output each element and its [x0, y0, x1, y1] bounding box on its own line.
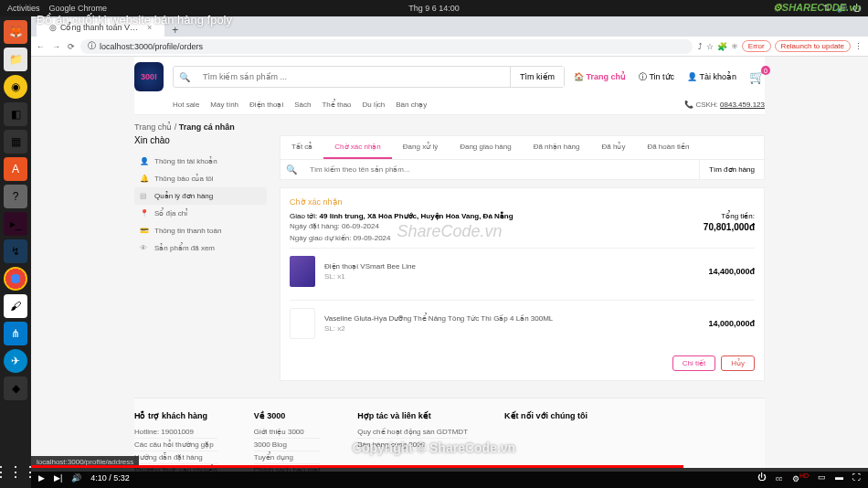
nav-home[interactable]: 🏠 Trang chủ: [574, 72, 626, 81]
sidebar-item-account[interactable]: 👤Thông tin tài khoản: [134, 153, 267, 170]
tab-cancelled[interactable]: Đã hủy: [591, 136, 637, 159]
active-app-label[interactable]: Google Chrome: [49, 4, 108, 13]
nav-account[interactable]: 👤 Tài khoản: [687, 72, 736, 81]
dock-firefox[interactable]: 🦊: [4, 20, 27, 44]
bell-icon: 🔔: [140, 175, 149, 183]
breadcrumb-current: Trang cá nhân: [179, 122, 235, 132]
react-devtools-icon[interactable]: ⚛: [731, 42, 738, 51]
footer-link[interactable]: Tuyển dụng: [254, 451, 321, 464]
card-icon: 💳: [140, 227, 149, 235]
reload-button[interactable]: ⟳: [68, 42, 75, 51]
order-date: Ngày đặt hàng: 06-09-2024: [290, 222, 379, 230]
order-detail-button[interactable]: Chi tiết: [672, 355, 715, 371]
footer-link[interactable]: Bán hàng cùng 3000: [357, 439, 468, 451]
order-search-button[interactable]: Tìm đơn hàng: [699, 160, 764, 179]
cart-button[interactable]: 🛒0: [749, 69, 765, 84]
tab-received[interactable]: Đã nhận hàng: [523, 136, 591, 159]
dock-vscode[interactable]: ⋔: [4, 322, 27, 345]
play-button[interactable]: ▶: [38, 473, 45, 483]
footer-heading: Kết nối với chúng tôi: [504, 411, 587, 420]
tab-processing[interactable]: Đang xử lý: [392, 136, 449, 159]
search-input[interactable]: [196, 67, 510, 87]
volume-button[interactable]: 🔊: [71, 473, 81, 483]
footer-link[interactable]: 3000 Blog: [254, 439, 321, 451]
browser-toolbar: ← → ⟳ ⓘ localhost:3000/profile/orders ⤴ …: [31, 37, 868, 57]
autoplay-toggle[interactable]: ⏻: [757, 472, 766, 484]
product-name: Điện thoại VSmart Bee Line: [324, 262, 699, 271]
share-icon[interactable]: ⤴: [698, 42, 703, 51]
order-cancel-button[interactable]: Hủy: [721, 355, 755, 371]
phone-icon: 📞: [684, 101, 693, 109]
sidebar-item-orders[interactable]: ▤Quản lý đơn hàng: [134, 187, 267, 205]
footer-col-partner: Hợp tác và liên kết Quy chế hoạt động sà…: [357, 411, 468, 472]
cat-dienthoai[interactable]: Điện thoại: [249, 101, 283, 109]
cat-hotsale[interactable]: Hot sale: [173, 101, 199, 109]
extensions-icon[interactable]: 🧩: [717, 42, 727, 51]
theater-button[interactable]: ▬: [835, 472, 843, 484]
dock-telegram[interactable]: ✈: [4, 349, 27, 373]
footer-link[interactable]: Các câu hỏi thường gặp: [134, 439, 217, 451]
footer-link[interactable]: Hướng dẫn đặt hàng: [134, 451, 217, 464]
site-info-icon[interactable]: ⓘ: [88, 40, 96, 52]
sidebar-item-payment[interactable]: 💳Thông tin thanh toán: [134, 222, 267, 239]
order-search-input[interactable]: [302, 160, 699, 179]
dock-terminal[interactable]: ▸_: [4, 212, 27, 236]
video-controls: ▶ ▶| 🔊 4:10 / 5:32 ⏻ ㏄ ⚙HD ▭ ▬ ⛶: [31, 468, 868, 488]
site-logo[interactable]: 300!: [134, 62, 164, 91]
activities-btn[interactable]: Activities: [7, 4, 40, 13]
search-button[interactable]: Tìm kiếm: [510, 67, 564, 87]
cat-banchay[interactable]: Bán chạy: [396, 101, 427, 109]
fullscreen-button[interactable]: ⛶: [852, 472, 861, 484]
cat-sach[interactable]: Sách: [294, 101, 311, 109]
info-icon: ⓘ: [639, 72, 647, 81]
tab-shipping[interactable]: Đang giao hàng: [449, 136, 523, 159]
dock-help[interactable]: ?: [4, 185, 27, 208]
nav-news[interactable]: ⓘ Tin tức: [639, 71, 674, 83]
dock-cursor[interactable]: ↯: [4, 239, 27, 263]
tab-pending[interactable]: Chờ xác nhận: [323, 136, 391, 159]
address-bar[interactable]: ⓘ localhost:3000/profile/orders: [80, 39, 693, 54]
video-title-overlay: Đồ án cuối kì website bán hàng fpoly: [37, 13, 232, 27]
product-thumbnail: [290, 256, 315, 287]
settings-button[interactable]: ⚙HD: [792, 472, 809, 484]
dock-paint[interactable]: 🖌: [4, 294, 27, 318]
footer-link[interactable]: Quy chế hoạt động sàn GDTMDT: [357, 426, 468, 439]
main-area: ◎ Cổng thanh toán V… × + ← → ⟳ ⓘ localho…: [31, 16, 868, 472]
relaunch-badge[interactable]: Relaunch to update: [775, 40, 851, 52]
cat-dulich[interactable]: Du lịch: [363, 101, 386, 109]
sidebar-item-address[interactable]: 📍Sổ địa chỉ: [134, 205, 267, 222]
sidebar-greeting: Xin chào: [134, 135, 267, 145]
dock-app-extra[interactable]: ◆: [4, 377, 27, 400]
captions-button[interactable]: ㏄: [775, 472, 783, 484]
breadcrumb-root[interactable]: Trang chủ: [134, 122, 172, 132]
site-header: 300! 🔍 Tìm kiếm 🏠 Trang chủ ⓘ Tin tức 👤 …: [134, 57, 765, 97]
error-badge[interactable]: Error: [742, 40, 771, 52]
miniplayer-button[interactable]: ▭: [818, 472, 826, 484]
footer-link[interactable]: Hotline: 19001009: [134, 426, 217, 439]
sidebar-item-viewed[interactable]: 👁Sản phẩm đã xem: [134, 239, 267, 257]
forward-button[interactable]: →: [52, 42, 60, 51]
tab-all[interactable]: Tất cả: [281, 136, 323, 159]
dock-app-dark[interactable]: ◧: [4, 102, 27, 126]
back-button[interactable]: ←: [37, 42, 45, 51]
tab-refunded[interactable]: Đã hoàn tiền: [636, 136, 700, 159]
clock: Thg 9 6 14:00: [408, 4, 460, 13]
dock-software[interactable]: A: [4, 157, 27, 181]
footer-link[interactable]: Giới thiệu 3000: [254, 426, 321, 439]
order-search-bar: 🔍 Tìm đơn hàng: [280, 159, 765, 180]
url-text: localhost:3000/profile/orders: [100, 42, 203, 51]
cat-maytinh[interactable]: Máy tính: [210, 101, 238, 109]
profile-sidebar: Xin chào 👤Thông tin tài khoản 🔔Thông báo…: [134, 135, 267, 381]
dock-app-dark2[interactable]: ▦: [4, 130, 27, 154]
dock-chrome[interactable]: [4, 267, 27, 291]
next-button[interactable]: ▶|: [54, 473, 62, 483]
sidebar-item-notifications[interactable]: 🔔Thông báo của tôi: [134, 170, 267, 187]
dock-files[interactable]: 📁: [4, 48, 27, 71]
star-icon[interactable]: ☆: [706, 42, 714, 51]
browser-menu-icon[interactable]: ⋮: [854, 42, 863, 51]
cat-thethao[interactable]: Thể thao: [322, 101, 351, 109]
dock-app-yellow[interactable]: ◉: [4, 75, 27, 99]
user-icon: 👤: [687, 72, 697, 81]
order-status-tabs: Tất cả Chờ xác nhận Đang xử lý Đang giao…: [280, 135, 765, 159]
footer-heading: Về 3000: [254, 411, 321, 420]
